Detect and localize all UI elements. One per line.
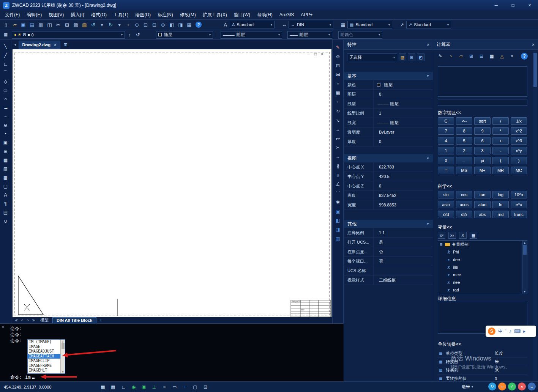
explode-icon[interactable]: ✱ [332, 198, 344, 207]
calculator-key[interactable]: r2d [438, 211, 454, 218]
calculator-key[interactable]: . [456, 157, 472, 164]
calculator-key[interactable]: x^3 [511, 137, 527, 145]
viewports-icon[interactable]: ◧ [167, 20, 176, 29]
ortho-icon[interactable]: ∟ [120, 384, 127, 390]
new-variable-icon[interactable]: x² [438, 232, 445, 239]
fullscreen-icon[interactable]: ⊡ [202, 384, 209, 390]
calculator-key[interactable]: sqrt [474, 117, 491, 125]
units-combo[interactable]: 毫米 ▾ [462, 384, 473, 390]
calculator-key[interactable]: * [492, 127, 509, 135]
property-row[interactable]: 颜色 随层 [344, 80, 433, 90]
calculator-key[interactable]: ( [492, 157, 509, 164]
insert-block-icon[interactable]: ⊞ [0, 147, 11, 156]
offset-icon[interactable]: ≡ [332, 79, 344, 88]
grid-icon[interactable]: ▦ [99, 384, 106, 390]
arc-icon[interactable]: ⌒ [0, 68, 11, 77]
calculator-key[interactable]: sin [438, 191, 454, 198]
command-input[interactable]: im [25, 375, 30, 380]
scrollbar-thumb[interactable] [533, 53, 537, 87]
autocomplete-item[interactable]: IMAGEFRAME [28, 364, 60, 368]
units-row[interactable]: ▦ 要转换的值 0 [438, 375, 527, 381]
calculator-key[interactable]: tan [474, 191, 491, 198]
calculator-key[interactable]: 6 [474, 137, 491, 145]
section-header[interactable]: 视图 ▼ [344, 154, 433, 162]
calculator-key[interactable]: 10^x [511, 191, 527, 198]
revision-cloud-icon[interactable]: ☁ [0, 103, 11, 112]
mtext-icon[interactable]: ¶ [0, 199, 11, 208]
lengthen-icon[interactable]: ↦ [332, 134, 344, 143]
viewport-icon[interactable]: ▣ [332, 207, 344, 216]
calculator-key[interactable]: acos [456, 201, 472, 208]
redo-icon[interactable]: ↻ [106, 20, 115, 29]
make-object-layer-current-icon[interactable]: ↑ [125, 31, 134, 39]
construction-line-icon[interactable]: ╱ [0, 51, 11, 60]
property-row[interactable]: 线宽 ——— 随层 [344, 118, 433, 128]
variables-grid-icon[interactable]: ▦ [470, 232, 477, 239]
annotation-icon[interactable]: ▢ [192, 384, 199, 390]
markup-icon[interactable]: ▦ [185, 20, 194, 29]
sheet-set-icon[interactable]: ◨ [176, 20, 185, 29]
object-snap-icon[interactable]: ▣ [140, 384, 147, 390]
calculator-key[interactable]: pi [474, 157, 491, 164]
region-icon[interactable]: ▢ [0, 182, 11, 190]
wm-plus-icon[interactable]: + [498, 383, 506, 390]
scientific-section-label[interactable]: 科学<< [438, 183, 452, 190]
property-row[interactable]: UCS 名称 [344, 266, 433, 276]
plot-icon[interactable]: ▥ [36, 20, 45, 29]
new-file-icon[interactable]: ▯ [2, 20, 10, 29]
array-icon[interactable]: ▦ [332, 88, 344, 98]
calculator-key[interactable]: ln [492, 201, 509, 208]
calculator-key[interactable]: / [492, 117, 509, 125]
scroll-up-icon[interactable]: ▲ [524, 241, 526, 244]
keyboard-icon[interactable]: ⌨ [514, 329, 521, 334]
calculator-key[interactable]: ) [511, 157, 527, 164]
redo-dropdown-icon[interactable]: ▾ [115, 20, 124, 29]
trim-icon[interactable]: ✂ [332, 143, 344, 152]
scroll-up-icon[interactable]: ▲ [62, 340, 64, 343]
punctuation-icon[interactable]: ’ [505, 329, 506, 334]
tab-model[interactable]: 模型 [36, 317, 52, 323]
calc-help-icon[interactable]: ? [521, 53, 528, 60]
menu-item[interactable]: ArcGIS [276, 11, 298, 19]
autocomplete-item[interactable]: IMAGECLIP [28, 359, 60, 364]
calculator-key[interactable]: e^x [511, 201, 527, 208]
menu-item[interactable]: 插入(I) [67, 11, 87, 19]
close-icon[interactable]: × [532, 42, 535, 47]
table-style-combo[interactable]: ▦ Standard ▾ [347, 21, 392, 28]
menu-item[interactable]: 窗口(W) [230, 11, 254, 19]
join-icon[interactable]: ∪ [332, 170, 344, 179]
quick-select-icon[interactable]: ▧ [399, 54, 406, 61]
clip-viewport-icon[interactable]: ◨ [332, 225, 344, 234]
folder-icon[interactable]: ▱ [458, 53, 464, 60]
rotate-icon[interactable]: ↻ [332, 107, 344, 116]
wm-check-icon[interactable]: ✓ [508, 383, 516, 390]
tab-layout-din-a0[interactable]: DIN A0 Title Block [52, 317, 96, 323]
units-section-label[interactable]: 单位转换<< [438, 341, 461, 348]
menu-item[interactable]: 绘图(D) [132, 11, 154, 19]
close-small-icon[interactable]: × [509, 53, 516, 60]
calculator-key[interactable]: 8 [456, 127, 472, 135]
property-row[interactable]: 图层 0 [344, 90, 433, 99]
calculator-key[interactable]: 3 [474, 147, 491, 154]
calculator-key[interactable]: MS [456, 167, 472, 174]
calculator-key[interactable]: rnd [492, 211, 509, 218]
calculator-key[interactable]: 2 [456, 147, 472, 154]
property-row[interactable]: 宽度 998.8853 [344, 200, 433, 210]
command-window[interactable]: × 命令:命令:命令: IM (IMAGE)IMAGEIMAGEADJUSTIM… [0, 323, 344, 381]
section-header[interactable]: 其他 ▼ [344, 220, 433, 228]
calculator-key[interactable]: 4 [438, 137, 454, 145]
tab-close-icon[interactable]: × [54, 43, 56, 47]
delete-variable-icon[interactable]: X [459, 232, 467, 239]
undo-icon[interactable]: ↺ [89, 20, 98, 29]
help-icon[interactable]: ? [196, 22, 202, 28]
calculator-key[interactable]: 5 [456, 137, 472, 145]
property-row[interactable]: 注释比例 1:1 [344, 228, 433, 238]
calculator-key[interactable]: MR [492, 167, 509, 174]
properties-pencil-icon[interactable]: ✎ [332, 43, 344, 52]
layer-combo[interactable]: ●☀⊠■ 0 ▾ [12, 31, 125, 39]
calculator-key[interactable]: 1/x [511, 117, 527, 125]
quick-plus-icon[interactable]: + [181, 384, 188, 390]
spline-icon[interactable]: ≈ [0, 112, 11, 121]
scroll-down-icon[interactable]: ▼ [62, 370, 64, 373]
property-row[interactable]: 中心点 Y 420.5 [344, 172, 433, 181]
